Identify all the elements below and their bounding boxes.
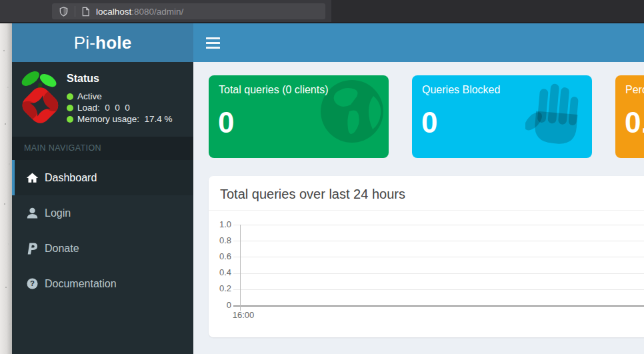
card-value: 0 [218,106,234,139]
toolbar-empty-area [331,0,644,22]
page-info-icon[interactable] [81,7,90,17]
queries-over-time-chart: 1.00.80.60.40.2016:00 [209,176,644,337]
status-ok-dot-icon [67,93,73,100]
y-axis-tick-label: 0 [209,300,231,310]
grid-line [233,225,644,225]
y-axis-tick-label: 0.4 [209,267,231,277]
brand-logo[interactable]: Pi-hole [12,23,193,62]
card-total-queries: Total queries (0 clients) 0 [209,75,389,158]
status-row-memory: Memory usage: 17.4 % [67,113,173,125]
browser-toolbar: localhost:8080/admin/ [0,0,644,23]
status-ok-dot-icon [67,116,73,123]
sidebar-item-donate[interactable]: Donate [12,231,193,266]
status-label: Memory usage: 17.4 % [77,114,173,124]
grid-line [233,257,644,257]
globe-icon [319,78,385,147]
card-title: Queries Blocked [422,84,500,96]
sidebar-item-dashboard[interactable]: Dashboard [12,160,193,195]
sidebar-menu: Dashboard Login Donate ? [12,160,193,301]
brand-name-light: Pi- [74,33,95,53]
sidebar-section-header: MAIN NAVIGATION [12,137,193,160]
sidebar-item-documentation[interactable]: ? Documentation [12,266,193,301]
status-text-block: Status Active Load: 0 0 0 Memory usage: … [67,73,173,125]
pihole-raspberry-logo-icon [17,67,61,131]
hand-paper-icon [525,80,585,155]
paypal-icon [25,243,39,255]
queries-chart-panel: Total queries over last 24 hours 1.00.80… [209,176,644,337]
home-icon [25,172,39,183]
y-axis-tick-label: 1.0 [209,219,231,229]
grid-line [233,273,644,274]
card-value: 0.0% [625,106,644,139]
card-title: Total queries (0 clients) [219,84,329,96]
status-label: Active [77,91,102,101]
sidebar: Pi-hole Status Active [12,23,193,354]
status-row-active: Active [67,91,173,102]
url-host: localhost [96,7,131,17]
card-percent-blocked: Percent Blocked 0.0% [615,75,644,158]
status-label: Load: 0 0 0 [77,103,130,113]
screen: localhost:8080/admin/ Pi-hole [0,0,644,354]
status-panel: Status Active Load: 0 0 0 Memory usage: … [12,62,193,137]
grid-line [233,289,644,290]
status-title: Status [67,73,173,85]
desktop-background [0,23,12,354]
svg-text:?: ? [30,279,35,287]
top-navbar [193,23,644,62]
x-axis-tick-label: 16:00 [229,310,258,320]
y-axis-line [240,225,241,311]
brand-name-bold: hole [95,33,131,53]
card-queries-blocked: Queries Blocked 0 [412,75,592,158]
x-axis-line [233,305,644,307]
y-axis-tick-label: 0.2 [209,283,231,293]
sidebar-item-label: Donate [45,243,79,255]
user-icon [25,207,39,219]
grid-line [233,241,644,241]
sidebar-item-label: Dashboard [45,172,97,184]
url-text[interactable]: localhost:8080/admin/ [96,7,183,17]
sidebar-item-login[interactable]: Login [12,195,193,231]
card-value: 0 [421,106,437,139]
tracking-protection-shield-icon[interactable] [59,6,69,17]
status-row-load: Load: 0 0 0 [67,102,173,113]
main-content: Total queries (0 clients) 0 Queries Bloc… [193,62,644,354]
card-title: Percent Blocked [625,84,644,96]
url-path: :8080/admin/ [131,7,183,17]
status-ok-dot-icon [67,105,73,111]
question-circle-icon: ? [25,278,39,289]
sidebar-item-label: Documentation [45,278,117,290]
y-axis-tick-label: 0.6 [209,251,231,261]
url-bar[interactable]: localhost:8080/admin/ [52,3,325,19]
y-axis-tick-label: 0.8 [209,235,231,245]
url-bar-divider [75,6,75,17]
sidebar-item-label: Login [45,207,71,219]
sidebar-toggle-button[interactable] [206,37,221,51]
desktop-texture [2,23,3,25]
